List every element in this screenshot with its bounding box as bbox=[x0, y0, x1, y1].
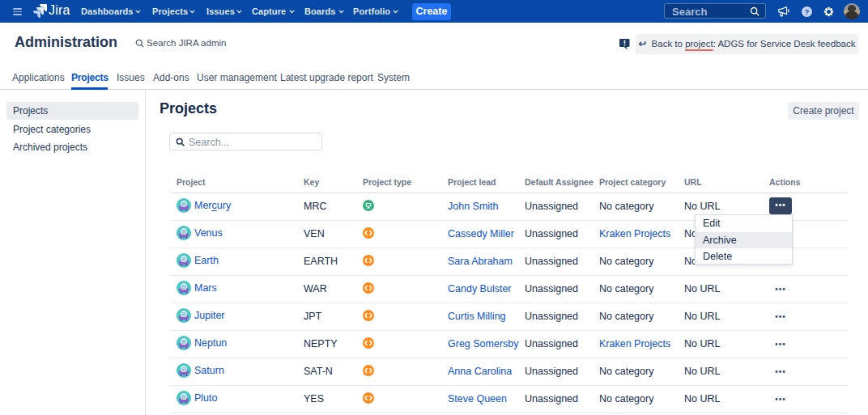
svg-text:?: ? bbox=[805, 7, 810, 16]
